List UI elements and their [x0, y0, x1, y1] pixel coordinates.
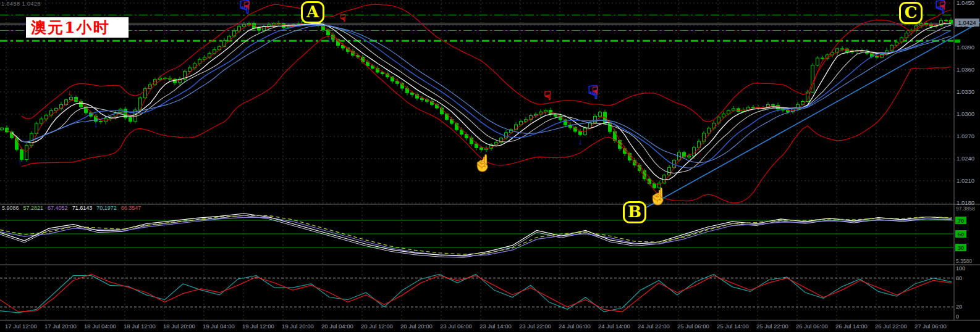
svg-text:1.0240: 1.0240 — [957, 155, 974, 162]
level-axis-tick — [955, 39, 960, 43]
svg-text:17 Jul 12:00: 17 Jul 12:00 — [5, 323, 37, 330]
moving-averages — [12, 23, 951, 180]
svg-text:24 Jul 14:00: 24 Jul 14:00 — [598, 323, 630, 330]
svg-text:24 Jul 22:00: 24 Jul 22:00 — [638, 323, 670, 330]
chart-canvas[interactable]: 1.04501.04201.03901.03601.03301.03001.02… — [0, 0, 980, 332]
svg-text:50: 50 — [958, 231, 964, 238]
svg-text:20 Jul 20:00: 20 Jul 20:00 — [400, 323, 433, 330]
svg-text:26 Jul 14:00: 26 Jul 14:00 — [835, 323, 868, 330]
svg-text:5.3580: 5.3580 — [956, 258, 972, 264]
svg-text:23 Jul 14:00: 23 Jul 14:00 — [479, 323, 512, 330]
svg-text:23 Jul 22:00: 23 Jul 22:00 — [519, 323, 551, 330]
svg-text:1.0270: 1.0270 — [957, 133, 974, 139]
trading-chart-window: 1.04501.04201.03901.03601.03301.03001.02… — [0, 0, 980, 332]
svg-text:1.0450: 1.0450 — [957, 0, 974, 6]
svg-text:26 Jul 06:00: 26 Jul 06:00 — [796, 323, 828, 330]
svg-text:24 Jul 06:00: 24 Jul 06:00 — [559, 323, 591, 330]
svg-text:26 Jul 22:00: 26 Jul 22:00 — [875, 323, 907, 330]
svg-text:1.0330: 1.0330 — [957, 88, 974, 95]
svg-text:1.0390: 1.0390 — [957, 44, 974, 51]
svg-text:30: 30 — [958, 245, 964, 251]
svg-text:23 Jul 06:00: 23 Jul 06:00 — [440, 323, 472, 330]
svg-text:18 Jul 04:00: 18 Jul 04:00 — [84, 323, 116, 330]
svg-text:1.0210: 1.0210 — [957, 177, 974, 184]
svg-text:17 Jul 20:00: 17 Jul 20:00 — [44, 323, 77, 330]
time-axis: 17 Jul 12:0017 Jul 20:0018 Jul 04:0018 J… — [5, 323, 947, 330]
svg-text:100: 100 — [956, 265, 965, 272]
svg-text:20 Jul 12:00: 20 Jul 12:00 — [361, 323, 393, 330]
svg-text:25 Jul 14:00: 25 Jul 14:00 — [717, 323, 749, 330]
trendline-b-to-c[interactable] — [636, 22, 980, 213]
svg-text:27 Jul 06:00: 27 Jul 06:00 — [915, 323, 947, 330]
svg-text:19 Jul 12:00: 19 Jul 12:00 — [242, 323, 274, 330]
svg-text:19 Jul 20:00: 19 Jul 20:00 — [282, 323, 314, 330]
svg-text:20 Jul 04:00: 20 Jul 04:00 — [321, 323, 353, 330]
svg-text:0: 0 — [956, 313, 959, 320]
svg-text:1.0300: 1.0300 — [957, 110, 974, 117]
svg-text:25 Jul 22:00: 25 Jul 22:00 — [756, 323, 788, 330]
grid-vertical — [6, 0, 916, 320]
svg-text:1.0420: 1.0420 — [957, 22, 974, 28]
svg-text:70: 70 — [958, 218, 964, 224]
svg-text:18 Jul 20:00: 18 Jul 20:00 — [163, 323, 195, 330]
svg-text:19 Jul 04:00: 19 Jul 04:00 — [203, 323, 235, 330]
svg-text:18 Jul 12:00: 18 Jul 12:00 — [124, 323, 156, 330]
svg-text:20: 20 — [956, 304, 962, 310]
svg-text:1.0360: 1.0360 — [957, 66, 974, 73]
svg-text:80: 80 — [956, 275, 962, 281]
svg-text:97.3858: 97.3858 — [956, 205, 975, 212]
svg-text:25 Jul 06:00: 25 Jul 06:00 — [677, 323, 709, 330]
